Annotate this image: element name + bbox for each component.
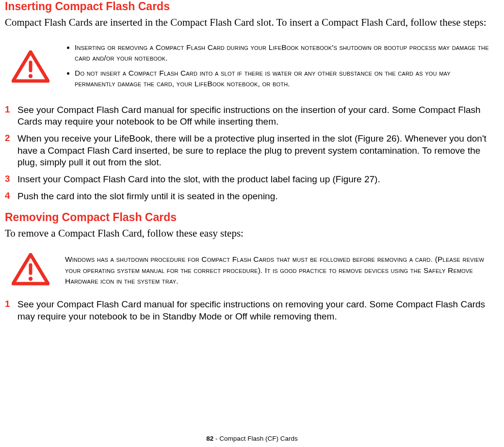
steps-removing: 1 See your Compact Flash Card manual for… (5, 299, 495, 322)
svg-rect-2 (29, 263, 33, 275)
step-row: 1 See your Compact Flash Card manual for… (5, 104, 495, 128)
step-row: 4 Push the card into the slot firmly unt… (5, 191, 495, 203)
step-text: When you receive your LifeBook, there wi… (17, 133, 495, 169)
warning-box-removing: Windows has a shutdown procedure for Com… (12, 253, 495, 288)
warning-box-inserting: Inserting or removing a Compact Flash Ca… (12, 42, 495, 94)
intro-removing: To remove a Compact Flash Card, follow t… (5, 227, 495, 240)
heading-removing: Removing Compact Flash Cards (5, 211, 495, 224)
footer-sep: - (213, 435, 219, 442)
svg-point-1 (29, 74, 33, 78)
step-text: Push the card into the slot firmly until… (17, 191, 278, 203)
svg-point-3 (29, 277, 33, 281)
warning-item-1: Inserting or removing a Compact Flash Ca… (75, 42, 489, 64)
step-text: See your Compact Flash Card manual for s… (17, 299, 495, 322)
step-text: Insert your Compact Flash Card into the … (17, 174, 380, 186)
warning-item-2: Do not insert a Compact Flash Card into … (75, 68, 489, 90)
step-number: 1 (5, 299, 17, 309)
step-row: 2 When you receive your LifeBook, there … (5, 133, 495, 169)
step-number: 4 (5, 191, 17, 201)
step-number: 1 (5, 104, 17, 115)
footer-title: Compact Flash (CF) Cards (219, 435, 297, 442)
warning-icon (12, 253, 49, 288)
step-number: 2 (5, 133, 17, 144)
steps-inserting: 1 See your Compact Flash Card manual for… (5, 104, 495, 203)
step-row: 3 Insert your Compact Flash Card into th… (5, 174, 495, 186)
warning-text-removing: Windows has a shutdown procedure for Com… (65, 254, 495, 287)
page-footer: 82 - Compact Flash (CF) Cards (0, 435, 504, 442)
page-number: 82 (206, 435, 213, 442)
step-row: 1 See your Compact Flash Card manual for… (5, 299, 495, 322)
svg-rect-0 (29, 61, 33, 72)
heading-inserting: Inserting Compact Flash Cards (5, 0, 495, 13)
warning-text-inserting: Inserting or removing a Compact Flash Ca… (65, 42, 495, 94)
step-number: 3 (5, 174, 17, 184)
step-text: See your Compact Flash Card manual for s… (17, 104, 495, 128)
warning-icon (12, 50, 49, 85)
intro-inserting: Compact Flash Cards are inserted in the … (5, 16, 495, 30)
page-container: Inserting Compact Flash Cards Compact Fl… (0, 0, 504, 447)
